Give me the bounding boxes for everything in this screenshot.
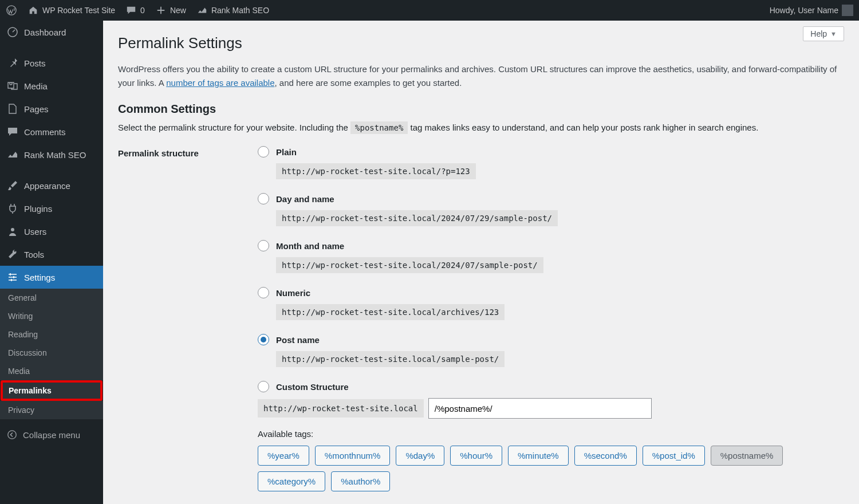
site-name-label: WP Rocket Test Site xyxy=(42,6,115,15)
permalink-example: http://wp-rocket-test-site.local/2024/07… xyxy=(276,257,543,273)
permalink-radio-row[interactable]: Post name xyxy=(258,334,844,345)
analytics-icon xyxy=(7,149,18,160)
tag-button[interactable]: %second% xyxy=(574,446,637,466)
permalink-radio-label: Plain xyxy=(276,147,297,157)
comment-icon xyxy=(7,126,18,137)
custom-structure-input[interactable] xyxy=(428,398,652,419)
dashboard-icon xyxy=(7,26,18,38)
sidebar-item-posts[interactable]: Posts xyxy=(0,52,103,74)
sidebar-item-tools[interactable]: Tools xyxy=(0,243,103,266)
postname-tag-code: %postname% xyxy=(350,121,408,134)
page-icon xyxy=(7,103,18,115)
sidebar-item-label: Posts xyxy=(24,58,46,68)
permalink-radio[interactable] xyxy=(258,146,269,158)
permalink-radio[interactable] xyxy=(258,381,269,392)
sidebar-item-label: Settings xyxy=(24,273,55,282)
tag-button[interactable]: %category% xyxy=(258,471,325,491)
permalink-radio-label: Post name xyxy=(276,335,320,345)
analytics-icon xyxy=(196,5,208,16)
sidebar-item-appearance[interactable]: Appearance xyxy=(0,174,103,197)
permalink-radio-row[interactable]: Month and name xyxy=(258,240,844,251)
chevron-down-icon: ▼ xyxy=(830,30,837,37)
comment-icon xyxy=(125,5,137,16)
new-label: New xyxy=(170,6,186,15)
sidebar-item-label: Pages xyxy=(24,104,49,114)
rankmath-label: Rank Math SEO xyxy=(211,6,269,15)
permalink-option-3: Numerichttp://wp-rocket-test-site.local/… xyxy=(258,287,844,320)
home-icon xyxy=(27,5,39,16)
plugin-icon xyxy=(7,203,18,214)
sidebar-item-media[interactable]: Media xyxy=(0,74,103,97)
page-title: Permalink Settings xyxy=(118,34,844,52)
available-tags-row: %year%%monthnum%%day%%hour%%minute%%seco… xyxy=(258,446,844,491)
sidebar-item-pages[interactable]: Pages xyxy=(0,97,103,120)
intro-text: WordPress offers you the ability to crea… xyxy=(118,62,844,90)
submenu-item-privacy[interactable]: Privacy xyxy=(0,401,103,419)
sidebar-item-comments[interactable]: Comments xyxy=(0,120,103,143)
permalink-radio[interactable] xyxy=(258,334,269,345)
sidebar-item-label: Comments xyxy=(24,127,66,137)
permalink-example: http://wp-rocket-test-site.local/sample-… xyxy=(276,351,505,367)
permalink-radio-label: Custom Structure xyxy=(276,382,349,392)
tag-button[interactable]: %monthnum% xyxy=(315,446,391,466)
submenu-item-discussion[interactable]: Discussion xyxy=(0,344,103,362)
sidebar-item-dashboard[interactable]: Dashboard xyxy=(0,21,103,44)
collapse-label: Collapse menu xyxy=(23,430,80,440)
svg-point-2 xyxy=(11,228,14,231)
submenu-item-media[interactable]: Media xyxy=(0,362,103,380)
common-desc-2: tag makes links easy to understand, and … xyxy=(408,123,758,132)
tags-available-link[interactable]: number of tags are available xyxy=(166,78,274,88)
sidebar-item-plugins[interactable]: Plugins xyxy=(0,197,103,220)
common-settings-desc: Select the permalink structure for your … xyxy=(118,123,844,132)
rankmath-link[interactable]: Rank Math SEO xyxy=(196,5,269,16)
sidebar-item-label: Plugins xyxy=(24,204,52,214)
collapse-menu[interactable]: Collapse menu xyxy=(0,424,103,446)
submenu-item-general[interactable]: General xyxy=(0,289,103,307)
submenu-item-writing[interactable]: Writing xyxy=(0,307,103,325)
site-name-link[interactable]: WP Rocket Test Site xyxy=(27,5,115,16)
wrench-icon xyxy=(7,249,18,260)
tag-button[interactable]: %postname% xyxy=(711,446,783,466)
help-tab[interactable]: Help ▼ xyxy=(803,26,844,41)
permalink-radio-label: Day and name xyxy=(276,194,334,204)
tag-button[interactable]: %post_id% xyxy=(643,446,705,466)
permalink-option-0: Plainhttp://wp-rocket-test-site.local/?p… xyxy=(258,146,844,179)
tag-button[interactable]: %day% xyxy=(396,446,444,466)
howdy-label: Howdy, User Name xyxy=(770,6,838,15)
sidebar-item-label: Users xyxy=(24,227,46,237)
svg-point-3 xyxy=(8,431,16,439)
permalink-radio[interactable] xyxy=(258,287,269,298)
custom-structure-prefix: http://wp-rocket-test-site.local xyxy=(258,399,424,418)
permalink-radio-row[interactable]: Day and name xyxy=(258,193,844,204)
permalink-radio-row[interactable]: Custom Structure xyxy=(258,381,844,392)
common-settings-heading: Common Settings xyxy=(118,103,844,116)
tag-button[interactable]: %minute% xyxy=(508,446,569,466)
permalink-option-4: Post namehttp://wp-rocket-test-site.loca… xyxy=(258,334,844,367)
tag-button[interactable]: %hour% xyxy=(450,446,502,466)
sidebar-item-settings[interactable]: Settings xyxy=(0,266,103,289)
settings-icon xyxy=(7,271,18,283)
submenu-item-reading[interactable]: Reading xyxy=(0,325,103,344)
admin-menu: Dashboard Posts Media Pages Comments Ran… xyxy=(0,21,103,504)
permalink-radio[interactable] xyxy=(258,193,269,204)
tag-button[interactable]: %year% xyxy=(258,446,309,466)
pin-icon xyxy=(7,57,18,69)
submenu-item-permalinks[interactable]: Permalinks xyxy=(1,380,103,401)
permalink-example: http://wp-rocket-test-site.local/archive… xyxy=(276,304,505,320)
permalink-radio[interactable] xyxy=(258,240,269,251)
permalink-radio-row[interactable]: Plain xyxy=(258,146,844,158)
comments-link[interactable]: 0 xyxy=(125,5,145,16)
sidebar-item-users[interactable]: Users xyxy=(0,220,103,243)
help-label: Help xyxy=(810,29,827,38)
sidebar-item-rankmath[interactable]: Rank Math SEO xyxy=(0,143,103,166)
wp-logo[interactable] xyxy=(6,5,17,16)
brush-icon xyxy=(7,180,18,191)
intro-part-2: , and here are some examples to get you … xyxy=(275,78,462,88)
tag-button[interactable]: %author% xyxy=(331,471,390,491)
permalink-structure-label: Permalink structure xyxy=(118,146,258,504)
account-link[interactable]: Howdy, User Name xyxy=(770,5,853,16)
new-content-link[interactable]: New xyxy=(155,5,186,16)
sidebar-item-label: Appearance xyxy=(24,181,70,191)
permalink-radio-row[interactable]: Numeric xyxy=(258,287,844,298)
collapse-icon xyxy=(7,430,17,440)
